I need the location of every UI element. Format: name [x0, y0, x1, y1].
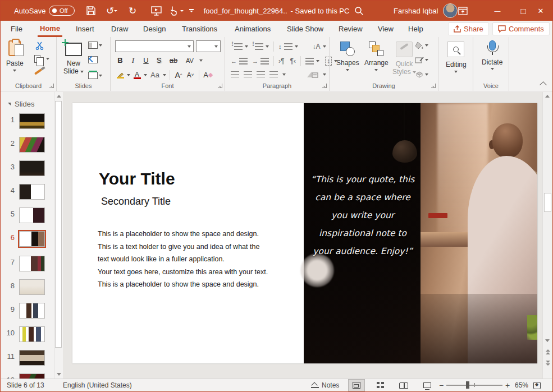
zoom-out-button[interactable]: − — [439, 379, 444, 391]
slide-thumbnail[interactable] — [19, 350, 45, 366]
slide-thumbnail[interactable] — [19, 113, 45, 129]
tab-draw[interactable]: Draw — [109, 21, 130, 37]
shape-fill-button[interactable] — [415, 41, 428, 49]
align-left-icon[interactable] — [231, 71, 239, 78]
slide-thumbnail-row-3[interactable]: 3 — [1, 160, 54, 177]
slide-title[interactable]: Your Title — [99, 169, 175, 188]
slide-thumbnail[interactable] — [19, 137, 45, 153]
slide-thumbnail-row-9[interactable]: 9 — [1, 303, 54, 320]
clear-formatting-button[interactable]: A — [203, 70, 213, 80]
zoom-slider-thumb[interactable] — [466, 381, 469, 389]
slide-canvas[interactable]: Your Title Secondary Title This is a pla… — [72, 103, 537, 363]
italic-button[interactable]: I — [128, 55, 138, 66]
align-center-icon[interactable] — [244, 71, 252, 78]
smartart-button[interactable] — [306, 71, 318, 79]
tab-animations[interactable]: Animations — [232, 21, 273, 37]
shape-outline-button[interactable] — [415, 56, 428, 64]
slideshow-view-button[interactable] — [419, 379, 436, 391]
bullets-icon[interactable] — [234, 43, 243, 50]
quick-styles-button[interactable]: Quick Styles — [392, 41, 416, 76]
main-scroll-thumb[interactable] — [544, 193, 551, 212]
main-scroll-down-icon[interactable] — [543, 336, 551, 345]
cut-button[interactable] — [35, 41, 44, 50]
rtl-paragraph-icon[interactable]: ¶‹ — [290, 57, 295, 65]
zoom-level[interactable]: 65% — [515, 379, 528, 391]
collapse-ribbon-button[interactable] — [540, 81, 547, 89]
slide-thumbnail[interactable] — [19, 326, 45, 342]
main-scroll-up-icon[interactable] — [543, 92, 551, 100]
slide-subtitle[interactable]: Secondary Title — [101, 196, 171, 207]
close-button[interactable]: ✕ — [528, 1, 553, 21]
slide-thumbnail-row-5[interactable]: 5 — [1, 207, 54, 224]
reading-view-button[interactable] — [395, 379, 412, 391]
slide-thumbnail[interactable] — [19, 160, 45, 176]
slide-thumbnail[interactable] — [19, 303, 45, 319]
font-name-combobox[interactable] — [115, 40, 194, 52]
zoom-in-button[interactable]: + — [505, 379, 510, 391]
ltr-paragraph-icon[interactable]: ›¶ — [278, 57, 284, 65]
reset-slide-button[interactable] — [88, 56, 98, 63]
language-indicator[interactable]: English (United States) — [63, 379, 132, 391]
search-button[interactable] — [354, 1, 364, 21]
shrink-font-button[interactable]: A˅ — [185, 70, 195, 80]
share-button[interactable]: Share — [448, 22, 489, 35]
slide-body-text[interactable]: This is a placeholder to show the space … — [98, 228, 300, 291]
slide-thumbnail-row-6[interactable]: 6 — [1, 231, 54, 248]
font-size-combobox[interactable] — [196, 40, 221, 52]
slide-thumbnail-row-12[interactable]: 12 — [1, 373, 54, 379]
format-painter-button[interactable] — [34, 71, 42, 73]
fit-slide-button[interactable] — [533, 379, 541, 391]
paste-button[interactable]: Paste — [6, 40, 24, 72]
numbering-icon[interactable] — [255, 43, 263, 50]
slide-thumbnail[interactable] — [19, 256, 45, 271]
paragraph-dialog-launcher[interactable] — [322, 84, 327, 88]
clipboard-dialog-launcher[interactable] — [49, 84, 54, 88]
shapes-button[interactable]: Shapes — [336, 41, 359, 71]
notes-button[interactable]: Notes — [311, 379, 339, 391]
strikethrough-button[interactable]: ab — [167, 55, 180, 66]
main-scrollbar[interactable] — [542, 92, 552, 379]
align-right-icon[interactable] — [257, 71, 265, 78]
slide-thumbnail-row-2[interactable]: 2 — [1, 137, 54, 154]
tab-insert[interactable]: Insert — [74, 21, 97, 37]
decrease-indent-icon[interactable]: ← — [231, 58, 237, 64]
panel-scroll-down-icon[interactable] — [55, 370, 63, 379]
slide-thumbnail-row-10[interactable]: 10 — [1, 326, 54, 343]
panel-scroll-thumb[interactable] — [55, 101, 62, 348]
panel-scroll-up-icon[interactable] — [55, 92, 63, 100]
justify-icon[interactable] — [269, 71, 278, 78]
slide-layout-button[interactable] — [88, 41, 102, 49]
highlight-button[interactable] — [115, 70, 125, 80]
shape-effects-button[interactable] — [415, 71, 428, 79]
font-color-button[interactable]: A — [132, 70, 142, 80]
section-button[interactable] — [88, 72, 102, 79]
slide-thumbnail-row-11[interactable]: 11 — [1, 350, 54, 367]
grow-font-button[interactable]: A^ — [173, 70, 184, 80]
copy-button[interactable] — [34, 55, 49, 63]
slide-thumbnail[interactable] — [19, 279, 45, 295]
slide-thumbnail[interactable] — [19, 184, 45, 200]
line-spacing-icon[interactable]: ↕ — [278, 43, 282, 50]
ribbon-display-options-button[interactable] — [450, 1, 476, 21]
comments-button[interactable]: Comments — [492, 22, 550, 35]
slides-panel-scrollbar[interactable] — [54, 92, 63, 379]
slide-thumbnail-selected[interactable] — [19, 231, 45, 247]
slide-thumbnail[interactable] — [19, 207, 45, 223]
tab-home[interactable]: Home — [38, 21, 62, 37]
character-spacing-button[interactable]: AV — [183, 55, 196, 66]
change-case-button[interactable]: Aa — [149, 70, 161, 80]
tab-view[interactable]: View — [376, 21, 396, 37]
slide-thumbnail-row-1[interactable]: 1 — [1, 113, 54, 130]
new-slide-button[interactable]: New Slide — [63, 43, 84, 75]
font-dialog-launcher[interactable] — [218, 84, 222, 88]
tab-design[interactable]: Design — [141, 21, 168, 37]
slide-thumbnail-row-7[interactable]: 7 — [1, 256, 54, 273]
slide-sorter-button[interactable] — [372, 379, 389, 391]
normal-view-button[interactable] — [348, 379, 365, 391]
next-slide-button[interactable] — [544, 359, 551, 367]
slide-thumbnail-row-4[interactable]: 4 — [1, 184, 54, 201]
underline-button[interactable]: U — [141, 55, 151, 66]
tab-review[interactable]: Review — [336, 21, 365, 37]
columns-icon[interactable] — [305, 58, 314, 64]
tab-help[interactable]: Help — [406, 21, 426, 37]
